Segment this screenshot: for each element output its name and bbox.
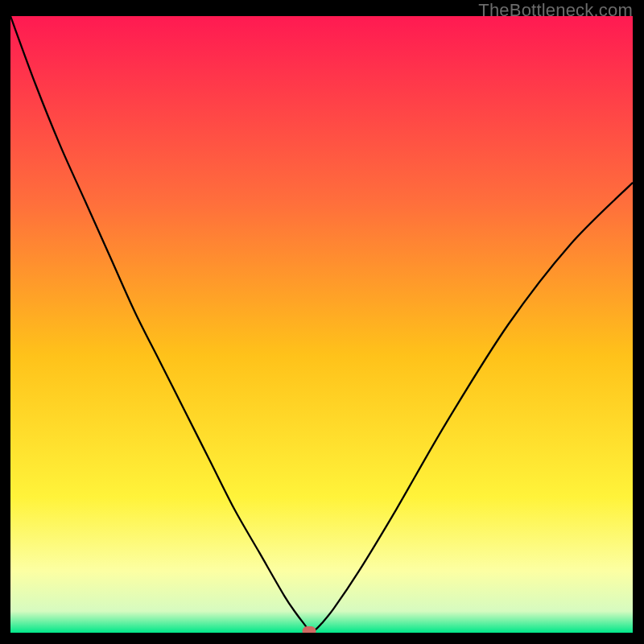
chart-frame	[10, 16, 633, 633]
chart-background	[10, 16, 633, 633]
watermark-text: TheBottleneck.com	[478, 0, 633, 21]
optimal-point-marker	[303, 626, 316, 633]
bottleneck-chart	[10, 16, 633, 633]
